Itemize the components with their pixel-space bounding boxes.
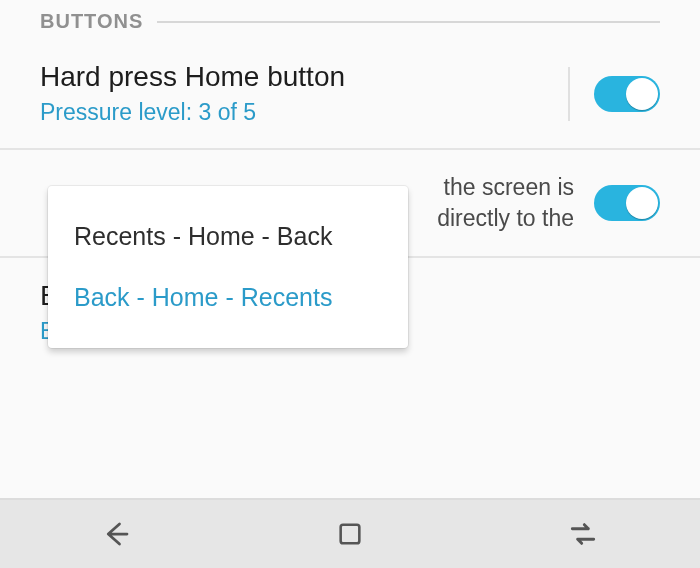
popup-option-recents-home-back[interactable]: Recents - Home - Back (48, 206, 408, 267)
nav-back-button[interactable] (100, 517, 134, 551)
setting-hard-press-home[interactable]: Hard press Home button Pressure level: 3… (0, 39, 700, 150)
section-divider (157, 21, 660, 23)
unlock-home-toggle[interactable] (594, 185, 660, 221)
body-line1: the screen is (444, 174, 574, 200)
hard-press-toggle[interactable] (594, 76, 660, 112)
setting-subtitle: Pressure level: 3 of 5 (40, 99, 548, 126)
toggle-knob (626, 187, 658, 219)
toggle-knob (626, 78, 658, 110)
toggle-wrap (548, 67, 660, 121)
nav-recents-button[interactable] (566, 517, 600, 551)
svg-rect-0 (341, 525, 360, 544)
popup-option-back-home-recents[interactable]: Back - Home - Recents (48, 267, 408, 328)
navigation-bar (0, 498, 700, 568)
recents-switch-icon (567, 518, 599, 550)
toggle-wrap (574, 185, 660, 221)
setting-title: Hard press Home button (40, 61, 548, 93)
toggle-separator (568, 67, 570, 121)
home-square-icon (336, 520, 364, 548)
nav-home-button[interactable] (333, 517, 367, 551)
back-arrow-icon (102, 519, 132, 549)
button-layout-popup: Recents - Home - Back Back - Home - Rece… (48, 186, 408, 348)
body-line2: directly to the (437, 205, 574, 231)
setting-text-block: Hard press Home button Pressure level: 3… (40, 61, 548, 126)
section-title: BUTTONS (40, 10, 143, 33)
section-header: BUTTONS (0, 0, 700, 39)
